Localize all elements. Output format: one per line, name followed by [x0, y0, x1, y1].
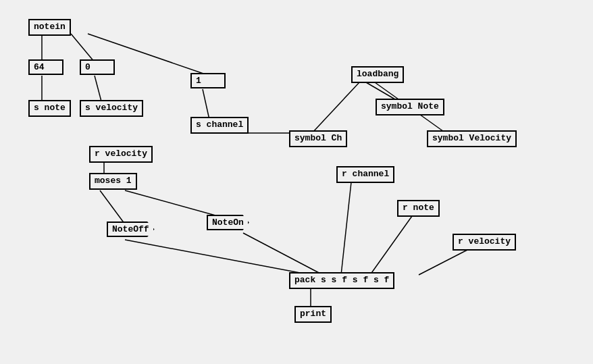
noteoff-object[interactable]: NoteOff [107, 222, 155, 237]
svg-line-5 [203, 89, 209, 120]
patch-canvas: notein 64 0 1 s note s velocity s channe… [0, 0, 593, 364]
svg-line-4 [95, 76, 101, 101]
notein-object[interactable]: notein [28, 19, 71, 36]
rnote-object[interactable]: r note [397, 200, 440, 217]
svg-line-1 [71, 34, 95, 62]
num64-box[interactable]: 64 [28, 59, 63, 75]
svg-line-8 [125, 190, 223, 217]
print-object[interactable]: print [294, 306, 332, 323]
rvelocity2-object[interactable]: r velocity [453, 234, 516, 251]
num1-box[interactable]: 1 [190, 73, 226, 88]
symbolvelocity-object[interactable]: symbol Velocity [427, 130, 517, 147]
symbolnote-object[interactable]: symbol Note [376, 99, 444, 115]
svelocity-object[interactable]: s velocity [80, 100, 143, 117]
symbolch-object[interactable]: symbol Ch [289, 130, 347, 147]
schannel-object[interactable]: s channel [190, 117, 249, 134]
num0-box[interactable]: 0 [80, 59, 115, 75]
svg-line-9 [125, 240, 311, 275]
noteon-object[interactable]: NoteOn [207, 215, 249, 230]
svg-line-10 [243, 233, 323, 275]
snote-object[interactable]: s note [28, 100, 71, 117]
svg-line-17 [419, 250, 467, 275]
rchannel-object[interactable]: r channel [336, 166, 394, 183]
rvelocity1-object[interactable]: r velocity [89, 146, 153, 163]
pack-object[interactable]: pack s s f s f s f [289, 272, 394, 289]
svg-line-7 [100, 190, 125, 224]
loadbang-object[interactable]: loadbang [351, 66, 404, 83]
moses1-object[interactable]: moses 1 [89, 173, 137, 190]
svg-line-12 [312, 82, 359, 133]
svg-line-15 [341, 182, 351, 275]
svg-line-16 [370, 216, 412, 275]
